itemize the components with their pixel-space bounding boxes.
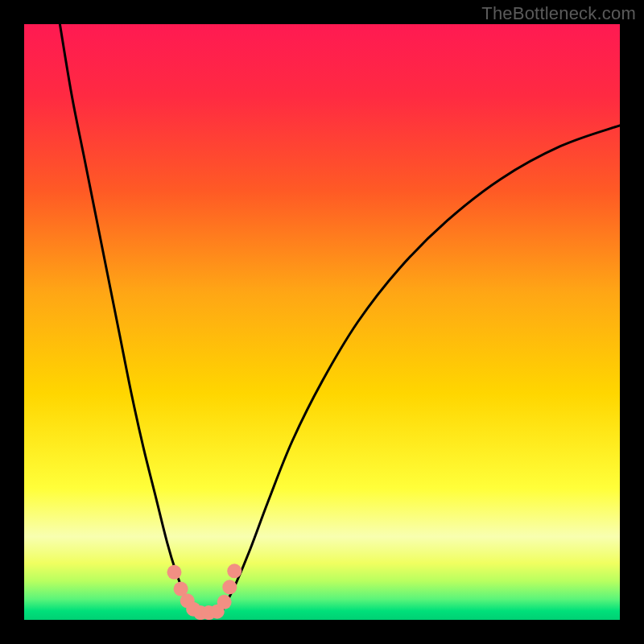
chart-svg xyxy=(24,24,620,620)
marker-dot xyxy=(222,580,237,594)
watermark-text: TheBottleneck.com xyxy=(481,3,636,24)
marker-dot xyxy=(167,565,181,580)
marker-dot xyxy=(217,595,232,609)
gradient-background xyxy=(24,24,620,620)
marker-dot xyxy=(227,564,242,578)
plot-area xyxy=(24,24,620,620)
chart-frame: TheBottleneck.com xyxy=(0,0,644,644)
